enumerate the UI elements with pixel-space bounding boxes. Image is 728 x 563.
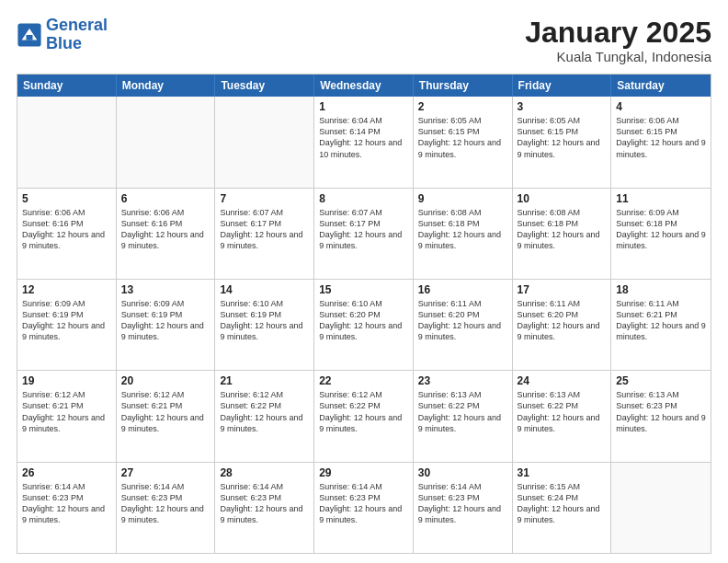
day-number: 5: [22, 192, 111, 205]
day-info: Sunrise: 6:09 AMSunset: 6:19 PMDaylight:…: [22, 298, 111, 343]
day-info: Sunrise: 6:11 AMSunset: 6:20 PMDaylight:…: [518, 298, 607, 343]
calendar-body: 1Sunrise: 6:04 AMSunset: 6:14 PMDaylight…: [17, 97, 711, 553]
day-cell-15: 15Sunrise: 6:10 AMSunset: 6:20 PMDayligh…: [314, 280, 414, 370]
day-cell-28: 28Sunrise: 6:14 AMSunset: 6:23 PMDayligh…: [215, 463, 314, 553]
week-3: 12Sunrise: 6:09 AMSunset: 6:19 PMDayligh…: [17, 280, 711, 371]
day-info: Sunrise: 6:07 AMSunset: 6:17 PMDaylight:…: [220, 207, 309, 252]
day-cell-5: 5Sunrise: 6:06 AMSunset: 6:16 PMDaylight…: [17, 189, 117, 279]
week-2: 5Sunrise: 6:06 AMSunset: 6:16 PMDaylight…: [17, 189, 711, 280]
day-cell-21: 21Sunrise: 6:12 AMSunset: 6:22 PMDayligh…: [215, 371, 314, 461]
day-info: Sunrise: 6:14 AMSunset: 6:23 PMDaylight:…: [418, 481, 507, 526]
day-info: Sunrise: 6:05 AMSunset: 6:15 PMDaylight:…: [518, 115, 607, 160]
day-info: Sunrise: 6:12 AMSunset: 6:21 PMDaylight:…: [22, 389, 111, 434]
logo-text: General Blue: [46, 17, 108, 53]
page: General Blue January 2025 Kuala Tungkal,…: [0, 0, 728, 563]
subtitle: Kuala Tungkal, Indonesia: [525, 49, 711, 64]
empty-cell: [611, 463, 711, 553]
day-info: Sunrise: 6:13 AMSunset: 6:23 PMDaylight:…: [616, 389, 706, 434]
day-info: Sunrise: 6:08 AMSunset: 6:18 PMDaylight:…: [418, 207, 507, 252]
day-info: Sunrise: 6:15 AMSunset: 6:24 PMDaylight:…: [518, 481, 607, 526]
day-number: 14: [220, 283, 309, 296]
logo: General Blue: [17, 17, 108, 53]
day-cell-19: 19Sunrise: 6:12 AMSunset: 6:21 PMDayligh…: [17, 371, 117, 461]
day-number: 10: [518, 192, 607, 205]
day-info: Sunrise: 6:09 AMSunset: 6:18 PMDaylight:…: [616, 207, 706, 252]
day-cell-25: 25Sunrise: 6:13 AMSunset: 6:23 PMDayligh…: [611, 371, 711, 461]
day-number: 28: [220, 466, 309, 479]
day-info: Sunrise: 6:14 AMSunset: 6:23 PMDaylight:…: [319, 481, 408, 526]
day-info: Sunrise: 6:14 AMSunset: 6:23 PMDaylight:…: [220, 481, 309, 526]
day-number: 8: [319, 192, 408, 205]
day-number: 23: [418, 374, 507, 387]
day-number: 21: [220, 374, 309, 387]
day-number: 3: [518, 100, 607, 113]
day-cell-12: 12Sunrise: 6:09 AMSunset: 6:19 PMDayligh…: [17, 280, 117, 370]
day-cell-20: 20Sunrise: 6:12 AMSunset: 6:21 PMDayligh…: [117, 371, 216, 461]
day-number: 29: [319, 466, 408, 479]
day-cell-8: 8Sunrise: 6:07 AMSunset: 6:17 PMDaylight…: [314, 189, 414, 279]
day-number: 2: [418, 100, 507, 113]
day-number: 7: [220, 192, 309, 205]
day-cell-27: 27Sunrise: 6:14 AMSunset: 6:23 PMDayligh…: [117, 463, 216, 553]
day-cell-14: 14Sunrise: 6:10 AMSunset: 6:19 PMDayligh…: [215, 280, 314, 370]
day-info: Sunrise: 6:11 AMSunset: 6:20 PMDaylight:…: [418, 298, 507, 343]
title-block: January 2025 Kuala Tungkal, Indonesia: [525, 17, 711, 64]
day-info: Sunrise: 6:10 AMSunset: 6:19 PMDaylight:…: [220, 298, 309, 343]
day-info: Sunrise: 6:07 AMSunset: 6:17 PMDaylight:…: [319, 207, 408, 252]
week-4: 19Sunrise: 6:12 AMSunset: 6:21 PMDayligh…: [17, 371, 711, 462]
day-cell-18: 18Sunrise: 6:11 AMSunset: 6:21 PMDayligh…: [611, 280, 711, 370]
day-cell-11: 11Sunrise: 6:09 AMSunset: 6:18 PMDayligh…: [611, 189, 711, 279]
day-info: Sunrise: 6:14 AMSunset: 6:23 PMDaylight:…: [22, 481, 111, 526]
day-cell-16: 16Sunrise: 6:11 AMSunset: 6:20 PMDayligh…: [414, 280, 513, 370]
day-number: 31: [518, 466, 607, 479]
header-cell-thursday: Thursday: [414, 75, 513, 97]
day-number: 11: [616, 192, 706, 205]
day-number: 9: [418, 192, 507, 205]
day-info: Sunrise: 6:09 AMSunset: 6:19 PMDaylight:…: [121, 298, 210, 343]
day-cell-4: 4Sunrise: 6:06 AMSunset: 6:15 PMDaylight…: [611, 97, 711, 187]
day-cell-30: 30Sunrise: 6:14 AMSunset: 6:23 PMDayligh…: [414, 463, 513, 553]
day-number: 13: [121, 283, 210, 296]
day-info: Sunrise: 6:12 AMSunset: 6:22 PMDaylight:…: [319, 389, 408, 434]
day-number: 20: [121, 374, 210, 387]
day-cell-1: 1Sunrise: 6:04 AMSunset: 6:14 PMDaylight…: [314, 97, 414, 187]
day-info: Sunrise: 6:05 AMSunset: 6:15 PMDaylight:…: [418, 115, 507, 160]
day-cell-24: 24Sunrise: 6:13 AMSunset: 6:22 PMDayligh…: [513, 371, 612, 461]
day-cell-23: 23Sunrise: 6:13 AMSunset: 6:22 PMDayligh…: [414, 371, 513, 461]
day-cell-7: 7Sunrise: 6:07 AMSunset: 6:17 PMDaylight…: [215, 189, 314, 279]
day-cell-10: 10Sunrise: 6:08 AMSunset: 6:18 PMDayligh…: [513, 189, 612, 279]
day-number: 19: [22, 374, 111, 387]
svg-rect-2: [27, 35, 33, 40]
day-number: 16: [418, 283, 507, 296]
day-info: Sunrise: 6:06 AMSunset: 6:16 PMDaylight:…: [22, 207, 111, 252]
header: General Blue January 2025 Kuala Tungkal,…: [17, 17, 711, 64]
day-number: 1: [319, 100, 408, 113]
day-cell-31: 31Sunrise: 6:15 AMSunset: 6:24 PMDayligh…: [513, 463, 612, 553]
day-number: 6: [121, 192, 210, 205]
day-number: 27: [121, 466, 210, 479]
day-cell-13: 13Sunrise: 6:09 AMSunset: 6:19 PMDayligh…: [117, 280, 216, 370]
empty-cell: [215, 97, 314, 187]
day-cell-22: 22Sunrise: 6:12 AMSunset: 6:22 PMDayligh…: [314, 371, 414, 461]
logo-general: General: [46, 16, 108, 34]
day-info: Sunrise: 6:13 AMSunset: 6:22 PMDaylight:…: [518, 389, 607, 434]
header-cell-wednesday: Wednesday: [314, 75, 414, 97]
empty-cell: [17, 97, 117, 187]
day-number: 18: [616, 283, 706, 296]
day-number: 17: [518, 283, 607, 296]
day-info: Sunrise: 6:06 AMSunset: 6:16 PMDaylight:…: [121, 207, 210, 252]
day-info: Sunrise: 6:12 AMSunset: 6:21 PMDaylight:…: [121, 389, 210, 434]
day-info: Sunrise: 6:11 AMSunset: 6:21 PMDaylight:…: [616, 298, 706, 343]
day-info: Sunrise: 6:08 AMSunset: 6:18 PMDaylight:…: [518, 207, 607, 252]
day-cell-6: 6Sunrise: 6:06 AMSunset: 6:16 PMDaylight…: [117, 189, 216, 279]
header-cell-friday: Friday: [513, 75, 612, 97]
day-number: 22: [319, 374, 408, 387]
logo-icon: [17, 22, 42, 48]
day-info: Sunrise: 6:06 AMSunset: 6:15 PMDaylight:…: [616, 115, 706, 160]
day-cell-9: 9Sunrise: 6:08 AMSunset: 6:18 PMDaylight…: [414, 189, 513, 279]
week-5: 26Sunrise: 6:14 AMSunset: 6:23 PMDayligh…: [17, 463, 711, 553]
day-cell-3: 3Sunrise: 6:05 AMSunset: 6:15 PMDaylight…: [513, 97, 612, 187]
day-number: 25: [616, 374, 706, 387]
day-number: 24: [518, 374, 607, 387]
day-number: 30: [418, 466, 507, 479]
